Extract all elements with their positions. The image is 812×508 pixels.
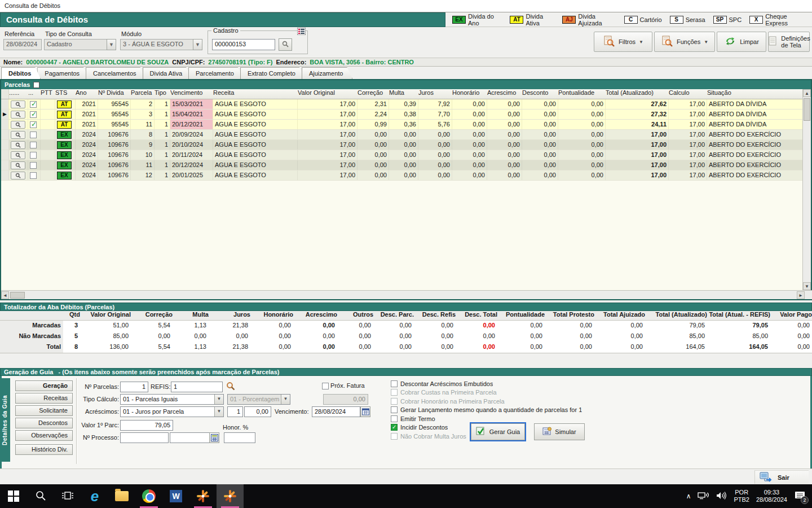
row-magnifier-button[interactable] — [11, 172, 25, 179]
vertical-scrollbar[interactable]: ▲ ▼ — [802, 89, 811, 290]
table-row[interactable]: EX 2024 109676 11 1 20/12/2024 AGUA E ES… — [1, 160, 803, 170]
porcentagem-select[interactable]: 01 - Porcentagem ▼ — [227, 394, 290, 405]
acrescimo-valor-input[interactable]: 0,00 — [244, 406, 271, 417]
checkbox[interactable] — [391, 415, 398, 422]
row-checkbox[interactable] — [30, 101, 37, 108]
tipo-consulta-select[interactable]: Cadastro — [44, 39, 107, 50]
table-row[interactable]: EX 2024 109676 9 1 20/10/2024 AGUA E ESG… — [1, 140, 803, 150]
limpar-button[interactable]: Limpar — [717, 32, 766, 52]
cadastro-input[interactable]: 000000153 — [212, 39, 275, 50]
tipo-consulta-dropdown-icon[interactable]: ▼ — [107, 39, 116, 50]
side-button-descontos[interactable]: Descontos — [15, 418, 73, 428]
table-row[interactable]: AT 2021 95545 2 1 15/03/2021 AGUA E ESGO… — [1, 99, 803, 110]
simular-button[interactable]: Simular — [534, 423, 585, 440]
refis-input[interactable]: 1 — [171, 382, 223, 392]
side-button-geracao[interactable]: Geração — [15, 380, 73, 391]
tipo-calculo-select[interactable]: 01 - Parcelas Iguais ▼ — [120, 394, 224, 405]
acrescimo-qtd-input[interactable]: 1 — [227, 406, 243, 417]
sair-button[interactable]: Sair — [754, 470, 809, 484]
row-magnifier-button[interactable] — [11, 151, 25, 159]
vencimento-input[interactable]: 28/08/2024 — [312, 406, 360, 417]
start-button[interactable] — [0, 484, 27, 508]
row-magnifier-button[interactable] — [11, 121, 25, 129]
table-row[interactable]: AT 2021 95545 3 1 15/04/2021 AGUA E ESGO… — [1, 110, 803, 120]
network-icon[interactable] — [698, 491, 709, 501]
checkbox[interactable] — [391, 424, 398, 431]
funcoes-button[interactable]: Funções ▼ — [654, 32, 715, 52]
tab[interactable]: Pagamentos — [37, 67, 89, 79]
referencia-field[interactable]: 28/08/2024 — [3, 39, 42, 50]
app-button-2-active[interactable] — [217, 484, 244, 508]
file-explorer-button[interactable] — [108, 484, 135, 508]
app-button-1[interactable] — [189, 484, 217, 508]
horizontal-scroll-thumb[interactable] — [10, 292, 25, 299]
calculator-icon[interactable] — [209, 432, 219, 443]
row-magnifier-button[interactable] — [11, 131, 25, 139]
word-button[interactable]: W — [162, 484, 189, 508]
row-checkbox[interactable] — [30, 172, 37, 179]
volume-icon[interactable] — [716, 491, 727, 501]
parcelas-select-all-checkbox[interactable] — [33, 82, 39, 88]
valor-1-parc-input[interactable]: 79,05 — [120, 420, 173, 431]
checkbox[interactable] — [391, 380, 398, 387]
row-magnifier-button[interactable] — [11, 141, 25, 149]
scroll-down-icon[interactable]: ▼ — [803, 282, 811, 290]
row-magnifier-button[interactable] — [11, 161, 25, 169]
horizontal-scrollbar[interactable]: ◄ ► — [1, 290, 812, 299]
table-row[interactable]: AT 2021 95545 11 1 20/12/2021 AGUA E ESG… — [1, 120, 803, 130]
scroll-right-icon[interactable]: ► — [797, 291, 805, 299]
language-indicator[interactable]: PORPTB2 — [734, 489, 749, 503]
task-view-button[interactable] — [54, 484, 81, 508]
tray-expand-icon[interactable]: ∧ — [686, 492, 691, 500]
vertical-scroll-thumb[interactable] — [804, 98, 810, 121]
checkbox[interactable] — [391, 406, 398, 413]
row-checkbox[interactable] — [30, 152, 37, 159]
clock[interactable]: 09:3328/08/2024 — [756, 489, 787, 503]
tab[interactable]: Débitos — [1, 67, 41, 79]
side-button-historico[interactable]: Histórico Div. — [15, 444, 73, 455]
refis-search-button[interactable] — [226, 382, 235, 392]
row-checkbox[interactable] — [30, 162, 37, 169]
table-row[interactable]: EX 2024 109676 8 1 20/09/2024 AGUA E ESG… — [1, 130, 803, 140]
row-magnifier-button[interactable] — [11, 100, 25, 108]
porcentagem-num-input[interactable]: 0,00 — [323, 394, 368, 405]
modulo-dropdown-icon[interactable]: ▼ — [193, 39, 202, 50]
tab[interactable]: Cancelamentos — [86, 67, 145, 79]
taskbar-search-button[interactable] — [27, 484, 54, 508]
scroll-up-icon[interactable]: ▲ — [803, 89, 811, 97]
cadastro-search-button[interactable] — [279, 38, 292, 51]
row-checkbox[interactable] — [30, 121, 37, 128]
filtros-button[interactable]: Filtros ▼ — [594, 32, 652, 52]
side-button-solicitante[interactable]: Solicitante — [15, 405, 73, 416]
row-checkbox[interactable] — [30, 132, 37, 138]
checkbox[interactable] — [391, 398, 398, 405]
acrescimos-select[interactable]: 01 - Juros por Parcela ▼ — [120, 406, 224, 417]
prox-fatura-checkbox[interactable] — [322, 383, 329, 389]
table-row[interactable]: EX 2024 109676 12 1 20/01/2025 AGUA E ES… — [1, 170, 803, 181]
calendar-icon[interactable] — [360, 406, 370, 417]
scroll-left-icon[interactable]: ◄ — [1, 291, 9, 299]
side-button-receitas[interactable]: Receitas — [15, 393, 73, 404]
gerar-guia-button[interactable]: Gerar Guia — [471, 423, 525, 440]
row-magnifier-button[interactable] — [11, 111, 25, 119]
definicoes-tela-button[interactable]: Definiçõesde Tela — [768, 32, 810, 52]
internet-explorer-button[interactable]: e — [81, 484, 108, 508]
side-button-observacoes[interactable]: Observações — [15, 430, 73, 441]
tab[interactable]: Extrato Completo — [240, 67, 305, 79]
notification-center-button[interactable]: 2 — [794, 491, 806, 502]
processo-input-1[interactable] — [120, 432, 169, 443]
table-row[interactable]: EX 2024 109676 10 1 20/11/2024 AGUA E ES… — [1, 150, 803, 160]
modulo-select[interactable]: 3 - ÁGUA E ESGOTO — [120, 39, 193, 50]
honor-input[interactable] — [224, 432, 255, 443]
cadastro-list-icon[interactable] — [297, 28, 306, 36]
checkbox[interactable] — [391, 433, 398, 440]
tab[interactable]: Parcelamento — [188, 67, 244, 79]
tab[interactable]: Ajuizamento — [302, 67, 353, 79]
chrome-button[interactable] — [135, 484, 162, 508]
row-checkbox[interactable] — [30, 111, 37, 118]
tab[interactable]: Divida Ativa — [143, 67, 192, 79]
detalhes-da-guia-tab[interactable]: Detalhes da Guia — [2, 378, 10, 462]
checkbox[interactable] — [391, 389, 398, 396]
n-parcelas-input[interactable]: 1 — [120, 382, 148, 392]
row-checkbox[interactable] — [30, 142, 37, 148]
